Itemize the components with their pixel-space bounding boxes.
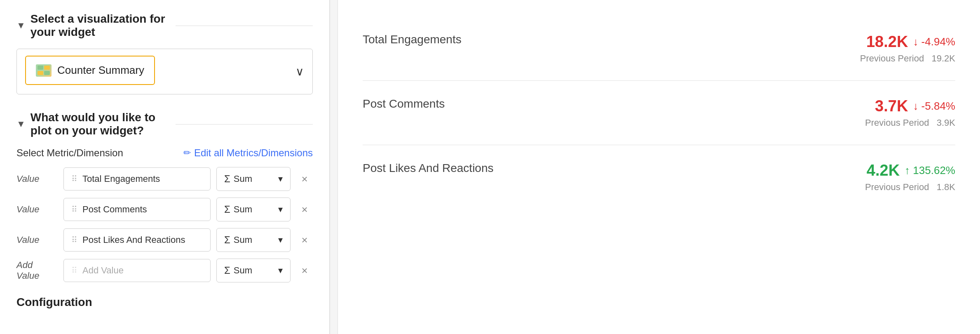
metric-input-0[interactable]: ⠿ Total Engagements — [63, 167, 211, 191]
metric-prev-0: Previous Period 19.2K — [860, 53, 955, 64]
metric-row: Value ⠿ Post Likes And Reactions Σ Sum ▾… — [16, 228, 313, 252]
plot-section-title: What would you like to plot on your widg… — [30, 111, 168, 137]
svg-rect-0 — [38, 66, 43, 70]
remove-row-1[interactable]: × — [296, 203, 313, 216]
change-percent-2: 135.62% — [913, 164, 955, 176]
remove-row-2[interactable]: × — [296, 234, 313, 247]
prev-val-2: 1.8K — [937, 182, 955, 192]
change-percent-1: -5.84% — [921, 100, 955, 112]
drag-handle-icon-1[interactable]: ⠿ — [71, 205, 77, 214]
remove-row-3[interactable]: × — [296, 264, 313, 277]
viz-section-header: ▼ Select a visualization for your widget — [16, 12, 313, 39]
metric-agg-text-2: Σ Sum — [224, 234, 252, 246]
metric-number-2: 4.2K — [867, 162, 900, 179]
prev-val-0: 19.2K — [932, 53, 956, 64]
metric-input-text-1: Post Comments — [82, 204, 147, 215]
counter-summary-card[interactable]: Counter Summary — [25, 56, 155, 85]
viz-section-chevron[interactable]: ▼ — [16, 20, 26, 31]
metric-prev-2: Previous Period 1.8K — [865, 182, 955, 193]
prev-label-2: Previous Period — [865, 182, 929, 192]
agg-chevron-2: ▾ — [278, 235, 283, 245]
left-panel: ▼ Select a visualization for your widget… — [0, 0, 330, 334]
svg-rect-3 — [44, 71, 50, 75]
metric-prev-1: Previous Period 3.9K — [865, 118, 955, 128]
metric-preview-row-1: Post Comments 3.7K ↓ -5.84% Previous Per… — [363, 81, 955, 145]
metric-number-0: 18.2K — [866, 33, 908, 51]
right-panel: Total Engagements 18.2K ↓ -4.94% Previou… — [338, 0, 980, 334]
sigma-icon-1: Σ — [224, 204, 230, 215]
metric-input-2[interactable]: ⠿ Post Likes And Reactions — [63, 228, 211, 252]
metric-agg-1[interactable]: Σ Sum ▾ — [216, 198, 291, 221]
metric-value-block-0: 18.2K ↓ -4.94% Previous Period 19.2K — [860, 33, 955, 64]
remove-row-0[interactable]: × — [296, 173, 313, 186]
plot-section-divider — [176, 124, 313, 125]
prev-label-0: Previous Period — [860, 53, 924, 64]
viz-dropdown-left: Counter Summary — [25, 56, 155, 87]
metric-row-label-0: Value — [16, 174, 58, 184]
metric-agg-3[interactable]: Σ Sum ▾ — [216, 259, 291, 282]
drag-handle-icon-3: ⠿ — [71, 266, 77, 275]
metric-change-2: ↑ 135.62% — [905, 164, 955, 177]
metric-input-placeholder-3: Add Value — [82, 265, 124, 276]
metric-preview-row-0: Total Engagements 18.2K ↓ -4.94% Previou… — [363, 16, 955, 81]
agg-chevron-3: ▾ — [278, 265, 283, 276]
metric-agg-0[interactable]: Σ Sum ▾ — [216, 167, 291, 191]
counter-summary-label: Counter Summary — [57, 64, 144, 77]
prev-val-1: 3.9K — [937, 118, 955, 128]
preview-metric-name-2: Post Likes And Reactions — [363, 162, 494, 175]
counter-summary-icon — [36, 64, 52, 77]
sigma-icon-2: Σ — [224, 234, 230, 246]
metric-input-3[interactable]: ⠿ Add Value — [63, 259, 211, 282]
config-section: Configuration — [16, 296, 313, 309]
change-direction-2: ↑ — [905, 164, 910, 176]
metric-agg-2[interactable]: Σ Sum ▾ — [216, 228, 291, 252]
metric-agg-text-0: Σ Sum — [224, 173, 252, 185]
agg-chevron-0: ▾ — [278, 174, 283, 184]
metric-agg-text-3: Σ Sum — [224, 265, 252, 276]
metric-preview-row-2: Post Likes And Reactions 4.2K ↑ 135.62% … — [363, 145, 955, 209]
change-percent-0: -4.94% — [921, 35, 955, 48]
viz-dropdown-chevron: ∨ — [295, 65, 304, 78]
metric-agg-text-1: Σ Sum — [224, 204, 252, 215]
metric-main-value-2: 4.2K ↑ 135.62% — [865, 162, 955, 179]
metric-number-1: 3.7K — [875, 97, 908, 115]
change-direction-0: ↓ — [913, 35, 918, 48]
agg-label-0: Sum — [234, 174, 252, 184]
metric-row: Value ⠿ Total Engagements Σ Sum ▾ × — [16, 167, 313, 191]
viz-dropdown[interactable]: Counter Summary ∨ — [16, 49, 313, 94]
panel-divider — [330, 0, 338, 334]
svg-rect-2 — [38, 71, 43, 75]
plot-section: ▼ What would you like to plot on your wi… — [16, 111, 313, 282]
svg-rect-1 — [44, 66, 50, 70]
agg-label-3: Sum — [234, 265, 252, 276]
metric-row-label-2: Value — [16, 235, 58, 245]
agg-label-2: Sum — [234, 235, 252, 245]
plot-section-header: ▼ What would you like to plot on your wi… — [16, 111, 313, 137]
metric-change-0: ↓ -4.94% — [913, 35, 955, 48]
preview-metric-name-0: Total Engagements — [363, 33, 462, 46]
metric-row-label-1: Value — [16, 204, 58, 215]
plot-section-chevron[interactable]: ▼ — [16, 119, 26, 129]
metric-input-text-0: Total Engagements — [82, 174, 160, 184]
metric-value-block-1: 3.7K ↓ -5.84% Previous Period 3.9K — [865, 97, 955, 128]
edit-pencil-icon: ✏ — [183, 148, 191, 158]
metric-row-add: Add Value ⠿ Add Value Σ Sum ▾ × — [16, 259, 313, 282]
metric-value-block-2: 4.2K ↑ 135.62% Previous Period 1.8K — [865, 162, 955, 193]
metric-main-value-0: 18.2K ↓ -4.94% — [860, 33, 955, 51]
edit-link-text: Edit all Metrics/Dimensions — [194, 147, 313, 159]
preview-metric-name-1: Post Comments — [363, 97, 445, 111]
viz-selector-section: ▼ Select a visualization for your widget… — [16, 12, 313, 94]
metric-row: Value ⠿ Post Comments Σ Sum ▾ × — [16, 198, 313, 221]
drag-handle-icon-2[interactable]: ⠿ — [71, 235, 77, 245]
edit-metrics-link[interactable]: ✏ Edit all Metrics/Dimensions — [183, 147, 313, 159]
viz-section-divider — [176, 26, 313, 26]
agg-chevron-1: ▾ — [278, 204, 283, 215]
drag-handle-icon-0[interactable]: ⠿ — [71, 174, 77, 184]
metrics-dimension-label: Select Metric/Dimension — [16, 147, 123, 159]
sigma-icon-3: Σ — [224, 265, 230, 276]
viz-section-title: Select a visualization for your widget — [30, 12, 168, 39]
metric-change-1: ↓ -5.84% — [913, 100, 955, 113]
metric-row-label-3: Add Value — [16, 260, 58, 281]
metric-input-1[interactable]: ⠿ Post Comments — [63, 198, 211, 221]
sigma-icon-0: Σ — [224, 173, 230, 185]
